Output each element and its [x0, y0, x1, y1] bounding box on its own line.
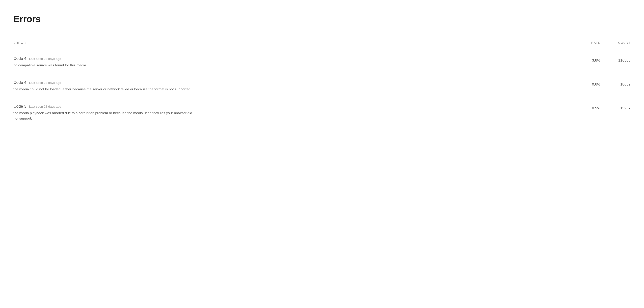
- row-count: 116583: [600, 56, 630, 62]
- row-rate: 0.5%: [574, 104, 600, 110]
- page-title: Errors: [14, 14, 630, 24]
- error-description: no compatible source was found for this …: [14, 62, 198, 68]
- row-count: 18659: [600, 80, 630, 86]
- row-error-cell: Code 3 Last seen 23 days ago the media p…: [14, 104, 574, 121]
- row-error-cell: Code 4 Last seen 23 days ago no compatib…: [14, 56, 574, 68]
- row-title-line: Code 3 Last seen 23 days ago: [14, 104, 567, 109]
- last-seen: Last seen 23 days ago: [29, 105, 61, 108]
- row-rate: 3.8%: [574, 56, 600, 62]
- last-seen: Last seen 23 days ago: [29, 81, 61, 85]
- row-count: 15257: [600, 104, 630, 110]
- table-row[interactable]: Code 4 Last seen 23 days ago the media c…: [14, 74, 630, 98]
- header-rate: RATE: [574, 41, 600, 44]
- error-description: the media playback was aborted due to a …: [14, 110, 198, 121]
- error-code: Code 3: [14, 104, 26, 109]
- error-code: Code 4: [14, 56, 26, 61]
- error-code: Code 4: [14, 80, 26, 85]
- table-row[interactable]: Code 3 Last seen 23 days ago the media p…: [14, 98, 630, 127]
- header-count: COUNT: [600, 41, 630, 44]
- table-row[interactable]: Code 4 Last seen 23 days ago no compatib…: [14, 50, 630, 74]
- row-error-cell: Code 4 Last seen 23 days ago the media c…: [14, 80, 574, 92]
- error-description: the media could not be loaded, either be…: [14, 86, 198, 92]
- row-title-line: Code 4 Last seen 23 days ago: [14, 80, 567, 85]
- last-seen: Last seen 23 days ago: [29, 57, 61, 61]
- row-rate: 0.6%: [574, 80, 600, 86]
- table-header: ERROR RATE COUNT: [14, 41, 630, 50]
- row-title-line: Code 4 Last seen 23 days ago: [14, 56, 567, 61]
- header-error: ERROR: [14, 41, 574, 44]
